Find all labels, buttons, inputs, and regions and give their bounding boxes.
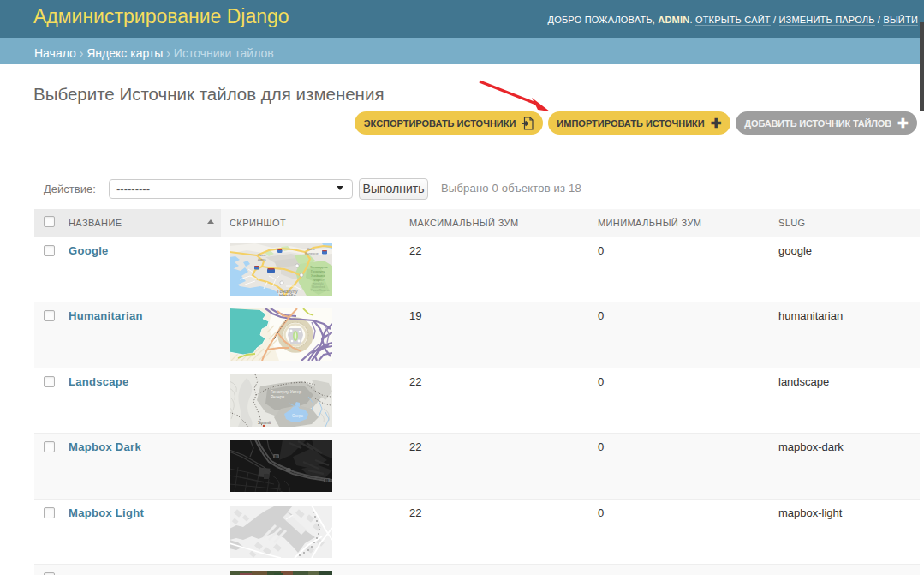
svg-text:Резерв: Резерв bbox=[271, 394, 285, 399]
svg-text:Нлайбл: Нлайбл bbox=[279, 293, 295, 296]
svg-text:Аиеа: Аиеа bbox=[258, 257, 266, 261]
svg-text:99: 99 bbox=[325, 479, 329, 482]
svg-text:Summit: Summit bbox=[258, 421, 271, 425]
svg-text:Капеоне: Капеоне bbox=[305, 250, 319, 255]
svg-text:Заповедник: Заповедник bbox=[310, 266, 328, 269]
svg-text:Озеро: Озеро bbox=[292, 414, 304, 418]
svg-text:99: 99 bbox=[275, 455, 278, 458]
svg-text:Усейшинг: Усейшинг bbox=[311, 274, 326, 278]
svg-text:Forest Reserve: Forest Reserve bbox=[311, 289, 330, 292]
svg-text:Гонолулу: Гонолулу bbox=[311, 270, 325, 273]
